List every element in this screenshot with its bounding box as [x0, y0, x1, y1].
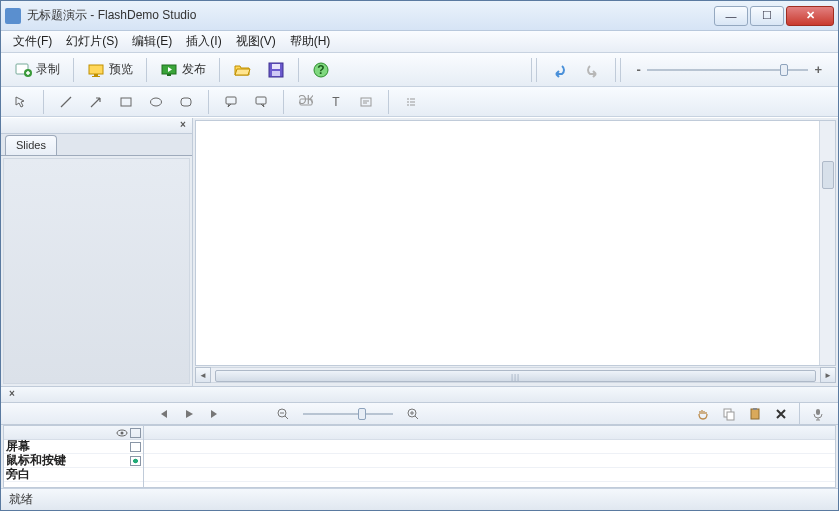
h-scroll-thumb[interactable]: |||: [215, 370, 816, 382]
track-screen[interactable]: [144, 440, 835, 454]
timeline-zoom-slider[interactable]: [303, 413, 393, 415]
zoom-plus-label[interactable]: +: [814, 62, 822, 77]
track-narration[interactable]: [144, 468, 835, 482]
checkbox-checked-icon[interactable]: [130, 456, 141, 466]
zoom-in-button[interactable]: [401, 403, 425, 425]
zoom-out-button[interactable]: [271, 403, 295, 425]
tab-slides[interactable]: Slides: [5, 135, 57, 155]
svg-rect-8: [272, 64, 280, 69]
grip[interactable]: [531, 58, 537, 82]
preview-button[interactable]: 预览: [80, 56, 140, 84]
menu-bar: 文件(F) 幻灯片(S) 编辑(E) 插入(I) 视图(V) 帮助(H): [1, 31, 838, 53]
rectangle-tool[interactable]: [114, 91, 138, 113]
textbox-tool[interactable]: [354, 91, 378, 113]
timeline-zoom-thumb[interactable]: [358, 408, 366, 420]
window-title: 无标题演示 - FlashDemo Studio: [27, 7, 714, 24]
track-mouse[interactable]: [144, 454, 835, 468]
h-scroll-left[interactable]: ◄: [195, 367, 211, 383]
menu-edit[interactable]: 编辑(E): [126, 31, 178, 52]
svg-rect-12: [121, 98, 131, 106]
titlebar[interactable]: 无标题演示 - FlashDemo Studio — ☐ ✕: [1, 1, 838, 31]
timeline-close[interactable]: ×: [5, 388, 19, 402]
svg-rect-20: [361, 98, 371, 106]
svg-rect-15: [226, 97, 236, 104]
menu-view[interactable]: 视图(V): [230, 31, 282, 52]
zoom-minus-label[interactable]: -: [637, 62, 641, 77]
svg-rect-27: [816, 409, 820, 415]
canvas[interactable]: [195, 120, 836, 366]
svg-rect-2: [89, 65, 103, 74]
app-window: 无标题演示 - FlashDemo Studio — ☐ ✕ 文件(F) 幻灯片…: [0, 0, 839, 511]
publish-button[interactable]: 发布: [153, 56, 213, 84]
undo-button[interactable]: [543, 56, 575, 84]
lock-icon[interactable]: [130, 428, 141, 438]
svg-rect-4: [92, 76, 100, 77]
minimize-button[interactable]: —: [714, 6, 748, 26]
rounded-rect-tool[interactable]: [174, 91, 198, 113]
svg-rect-3: [94, 74, 98, 76]
separator: [283, 90, 284, 114]
help-button[interactable]: ?: [305, 56, 337, 84]
menu-insert[interactable]: 插入(I): [180, 31, 227, 52]
delete-button[interactable]: [769, 403, 793, 425]
play-button[interactable]: [177, 403, 201, 425]
first-frame-button[interactable]: [151, 403, 175, 425]
timeline-layer-labels: 屏幕 鼠标和按键 旁白: [4, 426, 144, 487]
timeline-panel: × 屏幕 鼠标和按键: [1, 386, 838, 488]
eye-icon[interactable]: [116, 428, 128, 438]
button-tool[interactable]: OK: [294, 91, 318, 113]
menu-slide[interactable]: 幻灯片(S): [60, 31, 124, 52]
hand-tool-icon[interactable]: [691, 403, 715, 425]
arrow-tool[interactable]: [84, 91, 108, 113]
menu-help[interactable]: 帮助(H): [284, 31, 337, 52]
mic-button[interactable]: [806, 403, 830, 425]
horizontal-scrollbar[interactable]: ◄ ||| ►: [195, 366, 836, 384]
close-button[interactable]: ✕: [786, 6, 834, 26]
canvas-area: ◄ ||| ►: [193, 118, 838, 386]
vertical-scrollbar[interactable]: [819, 121, 835, 365]
svg-point-13: [151, 98, 162, 106]
open-button[interactable]: [226, 56, 258, 84]
grip[interactable]: [615, 58, 621, 82]
timeline-tracks[interactable]: [144, 426, 835, 487]
v-scroll-thumb[interactable]: [822, 161, 834, 189]
paste-button[interactable]: [743, 403, 767, 425]
text-tool[interactable]: T: [324, 91, 348, 113]
redo-button[interactable]: [577, 56, 609, 84]
timeline-ruler[interactable]: [144, 426, 835, 440]
checkbox-icon[interactable]: [130, 442, 141, 452]
line-tool[interactable]: [54, 91, 78, 113]
callout-tool[interactable]: [219, 91, 243, 113]
separator: [43, 90, 44, 114]
h-scroll-track[interactable]: |||: [211, 367, 820, 383]
zoom-thumb[interactable]: [780, 64, 788, 76]
h-scroll-right[interactable]: ►: [820, 367, 836, 383]
separator: [146, 58, 147, 82]
copy-button[interactable]: [717, 403, 741, 425]
record-label: 录制: [36, 61, 60, 78]
shapes-toolbar: OK T: [1, 87, 838, 117]
list-tool[interactable]: [399, 91, 423, 113]
svg-rect-16: [256, 97, 266, 104]
layer-narration[interactable]: 旁白: [4, 468, 143, 482]
slides-list[interactable]: [3, 158, 190, 384]
maximize-button[interactable]: ☐: [750, 6, 784, 26]
main-area: × Slides ◄ ||| ►: [1, 117, 838, 386]
timeline-header: ×: [1, 387, 838, 403]
zoom-slider[interactable]: - +: [627, 62, 833, 77]
pointer-tool[interactable]: [9, 91, 33, 113]
save-button[interactable]: [260, 56, 292, 84]
ellipse-tool[interactable]: [144, 91, 168, 113]
zoom-track[interactable]: [647, 69, 809, 71]
separator: [208, 90, 209, 114]
svg-point-29: [121, 431, 124, 434]
record-button[interactable]: 录制: [7, 56, 67, 84]
status-bar: 就绪: [1, 488, 838, 510]
publish-label: 发布: [182, 61, 206, 78]
separator: [388, 90, 389, 114]
last-frame-button[interactable]: [203, 403, 227, 425]
undo-icon: [550, 61, 568, 79]
slides-panel-close[interactable]: ×: [176, 119, 190, 133]
callout2-tool[interactable]: [249, 91, 273, 113]
menu-file[interactable]: 文件(F): [7, 31, 58, 52]
